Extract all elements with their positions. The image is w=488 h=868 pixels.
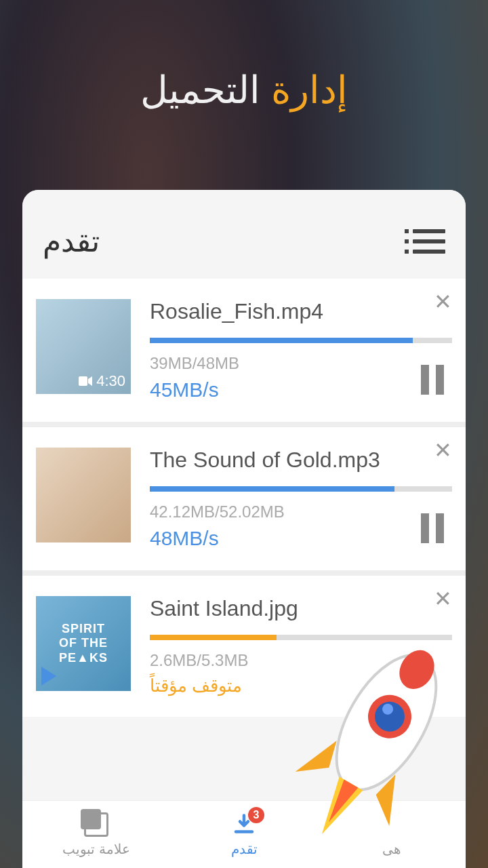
nav-tab-finished[interactable]: هى [318,801,466,868]
nav-label: علامة تبويب [62,841,130,857]
video-icon [79,376,92,386]
video-duration: 4:30 [79,372,125,390]
download-icon: 3 [232,812,256,837]
filename: Rosalie_Fish.mp4 [150,299,452,324]
size-text: 39MB/48MB [150,354,452,373]
close-icon[interactable]: ✕ [433,292,452,311]
progress-fill [150,635,277,640]
progress-fill [150,486,394,492]
nav-tab-progress[interactable]: 3 تقدم [170,801,318,868]
thumbnail[interactable] [36,448,131,542]
item-body: Saint Island.jpg 2.6MB/5.3MB متوقف مؤقتا… [150,596,452,696]
thumbnail[interactable]: 4:30 [36,299,131,394]
page-title: إدارة التحميل [0,0,488,146]
item-body: The Sound of Gold.mp3 42.12MB/52.02MB 48… [150,448,452,550]
svg-marker-1 [88,376,92,386]
speed-text: 48MB/s [150,527,452,550]
card-title: تقدم [43,224,100,258]
pause-button[interactable] [421,365,445,395]
progress-fill [150,338,413,343]
title-orange: إدارة [271,68,348,111]
download-item: The Sound of Gold.mp3 42.12MB/52.02MB 48… [22,427,466,570]
title-white: التحميل [140,68,260,111]
paused-text: متوقف مؤقتاً [150,675,452,696]
bottom-nav: علامة تبويب 3 تقدم هى [22,800,466,868]
pause-button[interactable] [421,513,445,543]
nav-label: تقدم [231,841,258,857]
play-icon [41,667,56,686]
check-icon [380,812,404,837]
download-item: 4:30 Rosalie_Fish.mp4 39MB/48MB 45MB/s ✕ [22,279,466,422]
nav-tab-bookmarks[interactable]: علامة تبويب [22,801,170,868]
progress-bar[interactable] [150,486,452,492]
close-icon[interactable]: ✕ [433,589,452,608]
filename: The Sound of Gold.mp3 [150,448,452,473]
download-list: 4:30 Rosalie_Fish.mp4 39MB/48MB 45MB/s ✕… [22,279,466,717]
download-manager-card: تقدم 4:30 Rosalie_Fish.mp4 39MB/48MB 45M… [22,190,466,868]
thumbnail-text: SPIRITOF THEPE▲KS [59,622,108,666]
svg-rect-0 [79,376,87,386]
thumbnail[interactable]: SPIRITOF THEPE▲KS [36,596,131,691]
speed-text: 45MB/s [150,378,452,401]
tabs-icon [84,812,108,837]
progress-bar[interactable] [150,635,452,640]
download-item: SPIRITOF THEPE▲KS Saint Island.jpg 2.6MB… [22,576,466,717]
list-view-icon[interactable] [413,229,445,254]
filename: Saint Island.jpg [150,596,452,621]
nav-label: هى [382,841,401,857]
size-text: 2.6MB/5.3MB [150,651,452,670]
card-header: تقدم [22,190,466,279]
badge-count: 3 [248,807,264,823]
close-icon[interactable]: ✕ [433,441,452,460]
size-text: 42.12MB/52.02MB [150,502,452,521]
progress-bar[interactable] [150,338,452,343]
item-body: Rosalie_Fish.mp4 39MB/48MB 45MB/s [150,299,452,401]
